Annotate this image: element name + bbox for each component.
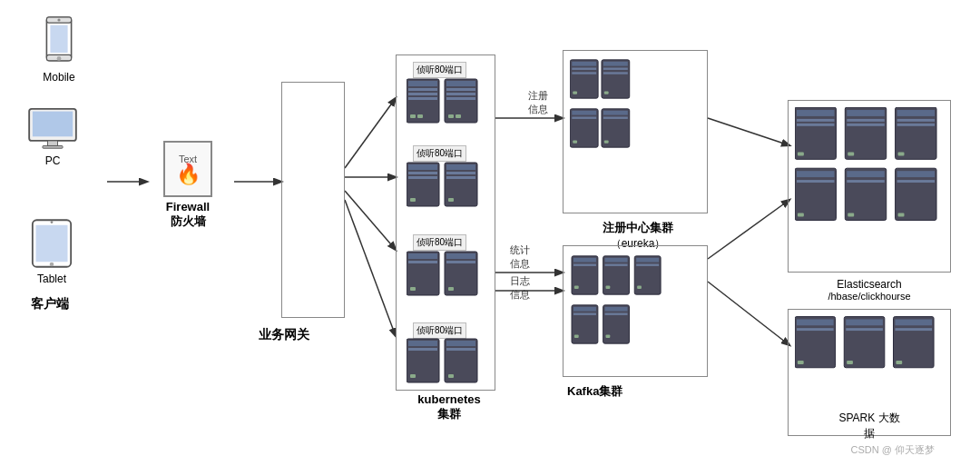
svg-rect-141 — [895, 328, 932, 331]
svg-rect-87 — [574, 286, 579, 289]
svg-rect-86 — [573, 264, 596, 266]
registry-server-1 — [570, 56, 632, 105]
svg-rect-93 — [636, 258, 659, 263]
svg-rect-101 — [605, 307, 628, 312]
svg-rect-136 — [846, 319, 883, 325]
svg-rect-95 — [637, 286, 642, 289]
svg-rect-53 — [410, 287, 416, 291]
svg-rect-51 — [408, 253, 437, 259]
svg-rect-106 — [797, 119, 834, 122]
spark-label: SPARK 大数 据 — [788, 411, 951, 441]
svg-line-8 — [708, 118, 789, 145]
svg-rect-99 — [574, 335, 579, 338]
svg-point-24 — [50, 263, 54, 267]
svg-line-4 — [345, 191, 396, 250]
svg-rect-121 — [797, 180, 834, 183]
registry-server-2 — [570, 105, 632, 154]
svg-rect-83 — [604, 140, 609, 143]
svg-point-16 — [57, 18, 60, 21]
svg-rect-140 — [895, 319, 932, 325]
kafka-label: Kafka集群 — [567, 383, 622, 400]
svg-rect-110 — [847, 110, 884, 116]
gateway-label: 业务网关 — [259, 327, 309, 343]
svg-rect-97 — [573, 307, 596, 312]
pc-node: PC — [16, 107, 89, 167]
gateway-server-3 — [287, 209, 327, 260]
log-label: 日志 信息 — [510, 274, 530, 302]
svg-rect-117 — [897, 124, 935, 126]
firewall-label-cn: 防火墙 — [171, 213, 206, 230]
svg-point-25 — [51, 221, 54, 223]
svg-rect-77 — [572, 111, 596, 115]
svg-rect-34 — [446, 81, 475, 86]
svg-rect-23 — [36, 225, 68, 262]
svg-rect-103 — [606, 335, 611, 338]
tablet-node: Tablet — [20, 218, 83, 285]
tablet-label: Tablet — [37, 273, 66, 285]
svg-rect-55 — [446, 253, 475, 259]
svg-rect-134 — [798, 361, 804, 364]
tablet-icon — [31, 218, 73, 269]
svg-rect-19 — [33, 112, 73, 137]
svg-rect-31 — [410, 114, 416, 118]
svg-rect-79 — [573, 140, 577, 143]
svg-rect-37 — [446, 97, 475, 100]
pc-icon — [27, 107, 78, 151]
svg-rect-70 — [573, 91, 577, 94]
svg-rect-78 — [572, 117, 596, 119]
svg-rect-63 — [446, 341, 475, 346]
svg-rect-52 — [408, 261, 437, 263]
svg-rect-90 — [605, 264, 628, 266]
gateway-server-1 — [287, 91, 327, 142]
svg-rect-47 — [446, 172, 475, 174]
svg-rect-102 — [605, 313, 628, 315]
svg-line-2 — [345, 98, 396, 168]
architecture-diagram: Mobile PC Tablet 客户端 Text 🔥 — [0, 0, 980, 466]
svg-rect-111 — [847, 119, 884, 122]
svg-rect-44 — [410, 198, 416, 202]
svg-rect-89 — [605, 258, 628, 263]
svg-rect-81 — [603, 111, 628, 115]
svg-rect-132 — [797, 319, 834, 325]
svg-rect-36 — [446, 93, 475, 95]
svg-point-17 — [57, 56, 62, 61]
svg-rect-39 — [456, 114, 461, 118]
firewall-node: Text 🔥 Firewall 防火墙 — [147, 141, 229, 230]
svg-rect-137 — [846, 328, 883, 331]
svg-rect-73 — [603, 68, 628, 70]
svg-rect-56 — [446, 261, 475, 263]
svg-rect-115 — [897, 110, 935, 116]
svg-rect-122 — [798, 213, 804, 217]
svg-rect-91 — [606, 286, 611, 289]
svg-rect-64 — [446, 348, 475, 351]
svg-rect-125 — [847, 180, 884, 183]
svg-rect-57 — [448, 287, 454, 291]
svg-line-9 — [708, 200, 789, 259]
k8s-server-3 — [407, 247, 479, 301]
svg-rect-124 — [847, 171, 884, 177]
k8s-server-2 — [407, 158, 479, 212]
es-servers — [795, 107, 938, 263]
svg-rect-75 — [604, 91, 609, 94]
pc-label: PC — [45, 154, 61, 167]
k8s-server-1 — [407, 74, 479, 128]
register-label: 注册 信息 — [528, 89, 548, 116]
svg-rect-28 — [408, 88, 437, 91]
es-label: Elasticsearch /hbase/clickhourse — [788, 278, 951, 302]
firewall-icon: Text 🔥 — [163, 141, 212, 197]
svg-rect-67 — [572, 62, 596, 66]
spark-servers — [795, 316, 936, 409]
mobile-label: Mobile — [43, 71, 74, 84]
svg-rect-27 — [408, 81, 437, 86]
svg-rect-113 — [848, 152, 854, 155]
svg-rect-38 — [448, 114, 454, 118]
svg-rect-126 — [848, 213, 854, 217]
svg-rect-68 — [572, 68, 596, 70]
svg-rect-112 — [847, 124, 884, 126]
gateway-server-2 — [287, 150, 327, 201]
k8s-label: kubernetes 集群 — [399, 392, 499, 422]
svg-rect-46 — [446, 164, 475, 170]
svg-rect-85 — [573, 258, 596, 263]
svg-rect-82 — [603, 117, 628, 119]
firewall-label-en: Firewall — [166, 200, 210, 213]
